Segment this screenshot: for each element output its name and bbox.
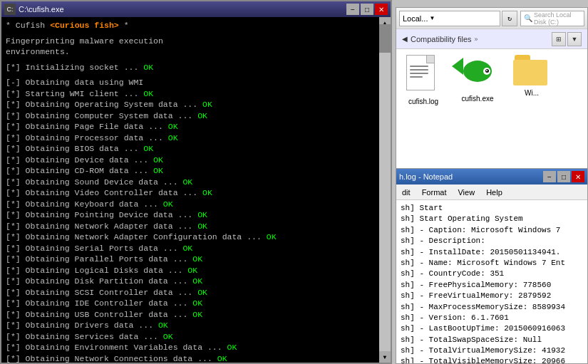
- cmd-line: [*] Obtaining Disk Partition data ... OK: [6, 276, 386, 287]
- address-text: Local...: [403, 14, 428, 23]
- notepad-line: sh] - Caption: Microsoft Windows 7: [401, 225, 583, 236]
- explorer-address-bar: Local... ▼ ↻: [399, 11, 517, 26]
- notepad-menu: dit Format View Help: [396, 184, 587, 200]
- cmd-app-icon: C:: [4, 4, 16, 15]
- cmd-content: * Cufish <Curious fish> * Fingerprinting…: [1, 17, 391, 363]
- cmd-minimize-button[interactable]: −: [346, 4, 359, 15]
- scrollbar-thumb[interactable]: [379, 24, 391, 53]
- cmd-line: [-] Obtaining data using WMI: [6, 77, 386, 88]
- explorer-toolbar: Local... ▼ ↻ 🔍 Search Local Disk (C:): [396, 8, 587, 29]
- view-icon-2[interactable]: ▼: [567, 32, 582, 46]
- menu-item-format[interactable]: Format: [419, 187, 450, 198]
- notepad-line: sh] - TotalVisibleMemorySize: 20966: [401, 356, 583, 363]
- file-item-folder[interactable]: Wi...: [510, 55, 553, 168]
- cmd-line: [*] Initializing socket ... OK: [6, 62, 386, 73]
- cmd-window: C: C:\cufish.exe − □ ✕ * Cufish <Curious…: [0, 0, 392, 364]
- cmd-line: [*] Obtaining Pointing Device data ... O…: [6, 209, 386, 221]
- address-display[interactable]: Local... ▼: [399, 11, 500, 26]
- menu-item-edit[interactable]: dit: [399, 187, 413, 198]
- cmd-line: Fingerprinting malware execution: [6, 36, 386, 47]
- cmd-close-button[interactable]: ✕: [375, 4, 388, 15]
- view-icon-1[interactable]: ⊞: [552, 32, 566, 46]
- scrollbar-down-arrow[interactable]: ▼: [379, 351, 391, 363]
- cmd-line: [*] Obtaining Drivers data ... OK: [6, 320, 386, 331]
- cmd-line: [*] Obtaining Processor data ... OK: [6, 132, 386, 144]
- cmd-line: [*] Obtaining IDE Controller data ... OK: [6, 298, 386, 309]
- cmd-line: [*] Obtaining Keyboard data ... OK: [6, 199, 386, 210]
- cmd-line: [*] Obtaining Services data ... OK: [6, 331, 386, 343]
- back-arrow-icon[interactable]: ◀: [402, 35, 408, 43]
- notepad-line: sh] - TotalVirtualMemorySize: 41932: [401, 345, 583, 356]
- notepad-line: sh] - MaxProcessMemorySize: 8589934: [401, 302, 583, 313]
- cmd-title: C:\cufish.exe: [19, 5, 64, 14]
- file-item-exe[interactable]: cufish.exe: [456, 55, 499, 168]
- cmd-line-title: * Cufish <Curious fish> *: [6, 20, 386, 31]
- search-box[interactable]: 🔍 Search Local Disk (C:): [520, 11, 584, 26]
- cmd-line: [*] Obtaining Network Adapter Configurat…: [6, 232, 386, 243]
- file-item-log[interactable]: cufish.log: [402, 55, 445, 168]
- notepad-line: sh] - Description:: [401, 236, 583, 246]
- cmd-line: [*] Obtaining CD-ROM data ... OK: [6, 165, 386, 177]
- compatibility-bar: ◀ Compatibility files » ⊞ ▼: [396, 29, 587, 49]
- cmd-line: [*] Obtaining Logical Disks data ... OK: [6, 265, 386, 276]
- notepad-maximize-button[interactable]: □: [557, 171, 570, 182]
- notepad-title: h.log - Notepad: [399, 172, 453, 181]
- notepad-window: h.log - Notepad − □ ✕ dit Format View He…: [396, 168, 588, 364]
- folder-icon: [513, 55, 550, 86]
- notepad-titlebar: h.log - Notepad − □ ✕: [396, 169, 587, 184]
- explorer-window: Local... ▼ ↻ 🔍 Search Local Disk (C:) ◀ …: [396, 7, 588, 175]
- notepad-line: sh] - CountryCode: 351: [401, 269, 583, 279]
- cmd-line: [*] Obtaining Computer System data ... O…: [6, 110, 386, 122]
- exe-file-label: cufish.exe: [461, 95, 493, 103]
- menu-item-view[interactable]: View: [455, 187, 478, 198]
- folder-label: Wi...: [525, 89, 539, 97]
- cmd-line: [*] Obtaining Serial Ports data ... OK: [6, 243, 386, 254]
- notepad-minimize-button[interactable]: −: [543, 171, 556, 182]
- search-placeholder: Search Local Disk (C:): [534, 11, 581, 26]
- notepad-line: sh] - FreePhysicalMemory: 778560: [401, 280, 583, 291]
- cmd-line: [*] Obtaining Sound Device data ... OK: [6, 177, 386, 188]
- cmd-line: [*] Obtaining Network Adapter data ... O…: [6, 221, 386, 232]
- notepad-line: sh] Start: [401, 203, 583, 214]
- forward-arrow-icon: »: [475, 36, 478, 43]
- notepad-line: sh] - TotalSwapSpaceSize: Null: [401, 335, 583, 345]
- cmd-maximize-button[interactable]: □: [361, 4, 373, 15]
- cmd-titlebar: C: C:\cufish.exe − □ ✕: [1, 1, 391, 17]
- cmd-line: [*] Obtaining Video Controller data ... …: [6, 187, 386, 199]
- search-icon: 🔍: [524, 14, 532, 22]
- log-file-label: cufish.log: [408, 98, 438, 105]
- compat-label: Compatibility files: [411, 35, 472, 43]
- notepad-line: sh] - Name: Microsoft Windows 7 Ent: [401, 258, 583, 269]
- cmd-line: [*] Obtaining SCSI Controller data ... O…: [6, 287, 386, 298]
- notepad-line: sh] - Version: 6.1.7601: [401, 313, 583, 323]
- notepad-line: sh] Start Operating System: [401, 214, 583, 224]
- cmd-line: [*] Starting WMI client ... OK: [6, 88, 386, 100]
- notepad-line: sh] - FreeVirtualMemory: 2879592: [401, 291, 583, 301]
- menu-item-help[interactable]: Help: [483, 187, 505, 198]
- notepad-close-button[interactable]: ✕: [572, 171, 584, 182]
- cmd-line: [*] Obtaining Page File data ... OK: [6, 121, 386, 132]
- cmd-line: [*] Obtaining USB Controller data ... OK: [6, 309, 386, 321]
- cmd-line: [*] Obtaining Device data ... OK: [6, 155, 386, 166]
- cmd-line: [*] Obtaining Network Connections data .…: [6, 353, 386, 363]
- cmd-line: [*] Obtaining Parallel Ports data ... OK: [6, 254, 386, 265]
- cmd-controls: − □ ✕: [346, 4, 388, 15]
- notepad-line: sh] - LastBootUpTime: 2015060916063: [401, 323, 583, 334]
- notepad-controls: − □ ✕: [543, 171, 584, 182]
- log-file-icon: [406, 55, 440, 95]
- view-controls: ⊞ ▼: [552, 32, 582, 46]
- cmd-title-left: C: C:\cufish.exe: [4, 4, 64, 15]
- notepad-content: sh] Start sh] Start Operating System sh]…: [396, 200, 587, 363]
- cmd-line: environments.: [6, 46, 386, 58]
- cmd-line: [*] Obtaining BIOS data ... OK: [6, 143, 386, 155]
- notepad-line: sh] - InstallDate: 20150501134941.: [401, 247, 583, 258]
- refresh-button[interactable]: ↻: [502, 11, 517, 26]
- exe-file-icon: [459, 55, 496, 92]
- cmd-scrollbar[interactable]: ▲ ▼: [379, 17, 391, 363]
- explorer-files-panel: cufish.log cufish.exe: [396, 49, 587, 174]
- cmd-line: [*] Obtaining Operating System data ... …: [6, 99, 386, 110]
- address-chevron: ▼: [429, 15, 435, 21]
- cmd-line: [*] Obtaining Environment Variables data…: [6, 342, 386, 353]
